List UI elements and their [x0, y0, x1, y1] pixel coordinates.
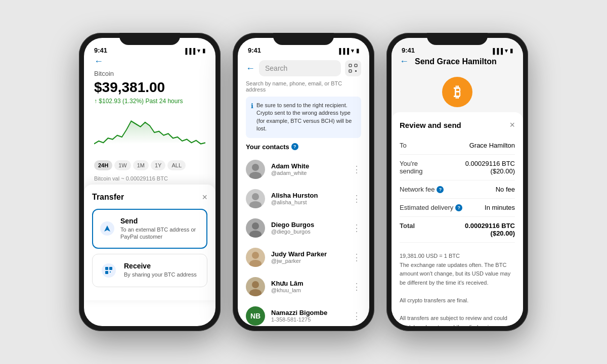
signal-icon: ▐▐▐: [184, 48, 195, 54]
svg-point-13: [252, 193, 259, 200]
notch: [119, 33, 180, 45]
contacts-list: Adam White @adam_white ⋮ Alisha Hurston …: [238, 155, 369, 326]
close-button-3[interactable]: ×: [509, 120, 515, 129]
review-row-total: Total 0.00029116 BTC($20.00): [400, 217, 515, 243]
info-banner: ℹ Be sure to send to the right recipient…: [246, 97, 361, 138]
send-option[interactable]: Send To an external BTC address or PayPa…: [92, 209, 207, 249]
tab-24h[interactable]: 24H: [94, 160, 112, 170]
receive-option[interactable]: Receive By sharing your BTC address: [92, 254, 207, 287]
signal-icon-3: ▐▐▐: [491, 48, 503, 54]
time-1: 9:41: [94, 47, 107, 54]
contact-name-5: Namazzi Bigombe: [271, 309, 346, 316]
svg-point-17: [252, 252, 259, 259]
btc-logo: ₿: [442, 77, 472, 107]
wifi-icon-2: ▾: [351, 48, 354, 54]
svg-rect-10: [355, 70, 357, 72]
tab-1w[interactable]: 1W: [114, 160, 131, 170]
review-content: ← Send Grace Hamilton ₿ Review and send …: [392, 56, 523, 326]
contact-info-5: Namazzi Bigombe 1-358-581-1275: [271, 309, 346, 323]
contact-item[interactable]: Khưu Lâm @khuu_lam ⋮: [238, 272, 369, 301]
label-sending: You're sending: [400, 160, 441, 175]
svg-rect-3: [105, 267, 108, 270]
chart-svg: [94, 110, 205, 155]
status-icons-2: ▐▐▐ ▾ ▮: [337, 48, 359, 54]
contacts-help[interactable]: ?: [291, 143, 298, 150]
svg-point-18: [249, 260, 262, 267]
contact-handle-0: @adam_white: [271, 170, 346, 176]
value-fee: No fee: [496, 186, 515, 193]
svg-rect-4: [109, 267, 112, 270]
back-button-3[interactable]: ←: [400, 56, 409, 67]
avatar-4: [246, 277, 265, 296]
phone-bitcoin: 9:41 ▐▐▐ ▾ ▮ ← Bitcoin $39,381.00 ↑ $102…: [79, 33, 221, 331]
contact-info-1: Alisha Hurston @alisha_hurst: [271, 192, 346, 205]
review-row-to: To Grace Hamilton: [400, 136, 515, 155]
avatar-0: [246, 160, 265, 179]
contact-menu-0[interactable]: ⋮: [352, 164, 361, 175]
contact-info-2: Diego Burgos @diego_burgos: [271, 221, 346, 235]
tab-1y[interactable]: 1Y: [151, 160, 165, 170]
svg-point-16: [249, 231, 262, 238]
contact-info-4: Khưu Lâm @khuu_lam: [271, 280, 346, 293]
price-change: ↑ $102.93 (1.32%) Past 24 hours: [94, 98, 205, 105]
contact-item[interactable]: NB Namazzi Bigombe 1-358-581-1275 ⋮: [238, 301, 369, 326]
contact-menu-2[interactable]: ⋮: [352, 222, 361, 234]
contact-menu-5[interactable]: ⋮: [352, 310, 361, 322]
contact-handle-2: @diego_burgos: [271, 229, 346, 235]
coin-label: Bitcoin: [94, 70, 205, 77]
contact-item[interactable]: Alisha Hurston @alisha_hurst ⋮: [238, 184, 369, 213]
contact-item[interactable]: Diego Burgos @diego_burgos ⋮: [238, 213, 369, 243]
fee-help[interactable]: ?: [437, 186, 444, 193]
sheet-header: Transfer ×: [92, 193, 207, 202]
value-sending: 0.00029116 BTC ($20.00): [441, 160, 515, 175]
avatar-5: NB: [246, 306, 265, 326]
wifi-icon-3: ▾: [505, 48, 508, 54]
page-title-3: Send Grace Hamilton: [415, 57, 497, 66]
review-row-sending: You're sending 0.00029116 BTC ($20.00): [400, 155, 515, 180]
svg-rect-9: [349, 70, 352, 72]
value-total: 0.00029116 BTC($20.00): [465, 222, 515, 237]
bitcoin-content: ← Bitcoin $39,381.00 ↑ $102.93 (1.32%) P…: [84, 56, 215, 326]
review-sheet: Review and send × To Grace Hamilton You'…: [392, 112, 523, 326]
search-input[interactable]: Search: [259, 60, 341, 76]
contact-item[interactable]: Adam White @adam_white ⋮: [238, 155, 369, 184]
contact-name-2: Diego Burgos: [271, 221, 346, 229]
bitcoin-price: $39,381.00: [94, 79, 205, 96]
contact-name-0: Adam White: [271, 162, 346, 170]
search-hint: Search by name, phone, email, or BTC add…: [238, 80, 369, 97]
signal-icon-2: ▐▐▐: [337, 48, 349, 54]
svg-point-12: [249, 172, 262, 179]
contact-menu-4[interactable]: ⋮: [352, 281, 361, 292]
status-icons-1: ▐▐▐ ▾ ▮: [184, 48, 205, 54]
review-sheet-title: Review and send: [400, 121, 461, 129]
close-button-1[interactable]: ×: [202, 193, 207, 202]
tab-1m[interactable]: 1M: [133, 160, 149, 170]
contact-info-3: Judy Ward Parker @jw_parker: [271, 250, 346, 264]
status-icons-3: ▐▐▐ ▾ ▮: [491, 48, 513, 54]
value-to: Grace Hamilton: [469, 142, 515, 149]
scan-button[interactable]: [345, 60, 361, 76]
price-chart: [94, 110, 205, 155]
receive-icon: [100, 261, 118, 280]
tab-all[interactable]: ALL: [167, 160, 186, 170]
svg-rect-5: [105, 271, 108, 274]
back-button-1[interactable]: ←: [94, 56, 205, 67]
svg-point-11: [252, 164, 259, 171]
svg-point-15: [252, 222, 259, 230]
label-fee: Network fee ?: [400, 186, 444, 193]
contact-menu-1[interactable]: ⋮: [352, 193, 361, 204]
avatar-3: [246, 248, 265, 267]
delivery-help[interactable]: ?: [455, 204, 462, 211]
svg-rect-8: [355, 64, 357, 67]
contact-info-0: Adam White @adam_white: [271, 162, 346, 176]
info-icon: ℹ: [251, 102, 253, 133]
receive-desc: By sharing your BTC address: [124, 271, 197, 278]
phone-search: 9:41 ▐▐▐ ▾ ▮ ← Search Search by n: [233, 33, 374, 331]
contact-item[interactable]: Judy Ward Parker @jw_parker ⋮: [238, 243, 369, 272]
time-2: 9:41: [248, 47, 261, 54]
avatar-1: [246, 189, 265, 208]
back-button-2[interactable]: ←: [246, 63, 255, 74]
svg-rect-6: [110, 271, 111, 272]
contact-menu-3[interactable]: ⋮: [352, 252, 361, 263]
battery-icon-3: ▮: [510, 48, 513, 54]
